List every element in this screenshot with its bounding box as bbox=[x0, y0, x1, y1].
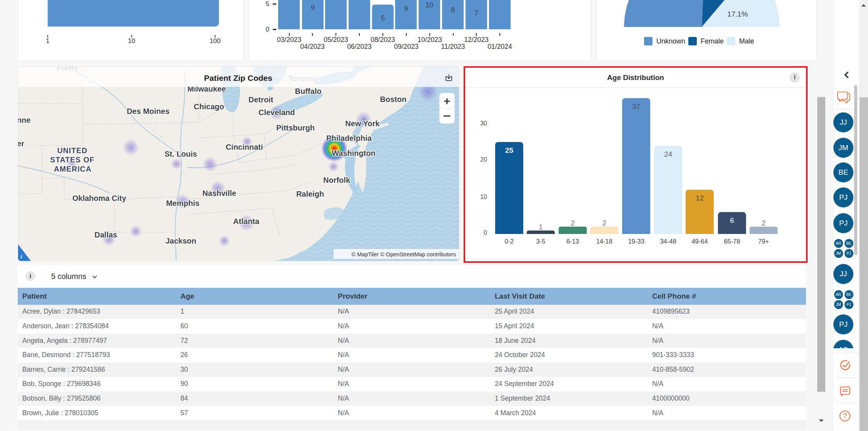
svg-text:Philadelphia: Philadelphia bbox=[326, 134, 372, 142]
svg-text:ver: ver bbox=[18, 139, 24, 148]
svg-text:Cincinnati: Cincinnati bbox=[226, 143, 263, 151]
svg-text:AMERICA: AMERICA bbox=[54, 165, 92, 173]
svg-text:Jackson: Jackson bbox=[165, 237, 196, 245]
svg-text:Patient Zip Codes: Patient Zip Codes bbox=[204, 74, 272, 82]
svg-text:enne: enne bbox=[18, 116, 30, 124]
svg-text:Boston: Boston bbox=[380, 95, 407, 104]
svg-text:Memphis: Memphis bbox=[166, 199, 200, 207]
svg-text:New York: New York bbox=[345, 119, 380, 128]
svg-text:Atlanta: Atlanta bbox=[233, 217, 260, 226]
svg-text:Dallas: Dallas bbox=[95, 231, 117, 239]
svg-text:Oklahoma City: Oklahoma City bbox=[72, 194, 127, 202]
svg-text:UNITED: UNITED bbox=[57, 146, 88, 155]
svg-text:Pittsburgh: Pittsburgh bbox=[276, 124, 315, 132]
svg-text:Washington: Washington bbox=[332, 149, 376, 157]
svg-text:St. Louis: St. Louis bbox=[165, 150, 197, 158]
svg-text:Chicago: Chicago bbox=[194, 102, 224, 111]
svg-text:Norfolk: Norfolk bbox=[323, 176, 351, 184]
svg-text:Raleigh: Raleigh bbox=[296, 190, 324, 198]
svg-text:Cleveland: Cleveland bbox=[259, 108, 295, 117]
svg-text:Buffalo: Buffalo bbox=[295, 87, 322, 95]
svg-text:Des Moines: Des Moines bbox=[127, 107, 169, 115]
svg-text:Detroit: Detroit bbox=[249, 95, 274, 104]
svg-text:© MapTiler © OpenStreetMap con: © MapTiler © OpenStreetMap contributors bbox=[352, 251, 456, 257]
svg-text:STATES OF: STATES OF bbox=[50, 155, 95, 164]
svg-text:Nashville: Nashville bbox=[202, 189, 236, 197]
